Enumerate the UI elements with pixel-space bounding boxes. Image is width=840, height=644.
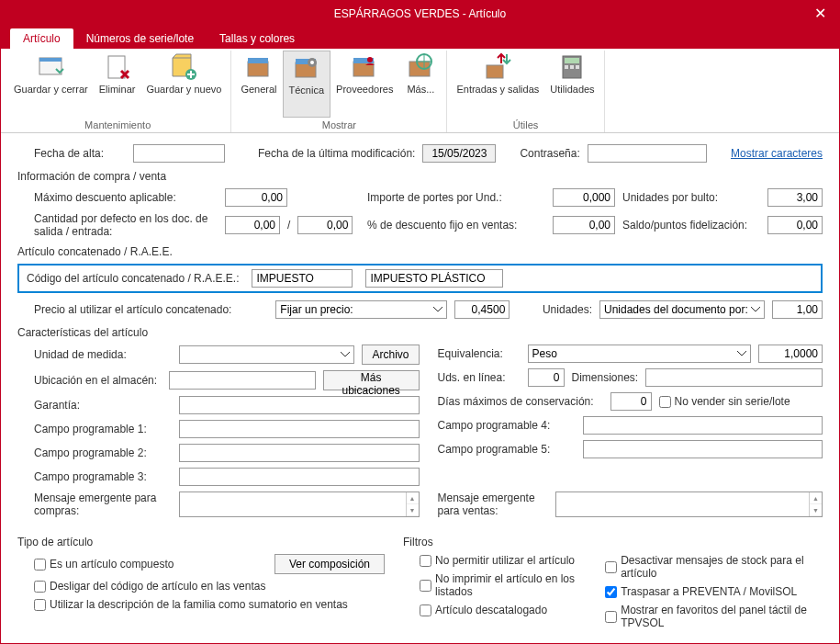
dimensiones-label: Dimensiones: (572, 371, 639, 384)
garantia-label: Garantía: (34, 399, 172, 412)
tab-tallas-colores[interactable]: Tallas y colores (207, 28, 308, 49)
entradas-salidas-button[interactable]: Entradas y salidas (451, 51, 544, 118)
svg-rect-4 (248, 62, 268, 76)
spin-up-icon[interactable]: ▲ (810, 492, 822, 504)
precio-concat-input[interactable] (454, 300, 510, 319)
campo1-input[interactable] (179, 420, 420, 438)
svg-rect-2 (108, 56, 125, 78)
ribbon-group-util: Útiles (513, 118, 539, 132)
tecnica-button[interactable]: Técnica (283, 51, 331, 118)
usar-desc-checkbox[interactable]: Utilizar la descripción de la familia co… (34, 598, 348, 611)
codigo-raee-label: Código del artículo concatenado / R.A.E.… (27, 272, 239, 285)
cant-salida-input[interactable] (225, 216, 280, 234)
unidad-medida-select[interactable] (179, 345, 354, 364)
saldo-label: Saldo/puntos fidelización: (622, 219, 760, 232)
ver-composicion-button[interactable]: Ver composición (274, 554, 385, 574)
unidades-select[interactable]: Unidades del documento por: (599, 300, 765, 319)
spin-down-icon[interactable]: ▼ (810, 504, 822, 516)
delete-button[interactable]: Eliminar (94, 51, 141, 118)
save-new-icon (169, 52, 198, 82)
favoritos-checkbox[interactable]: Mostrar en favoritos del panel táctil de… (605, 604, 823, 629)
fecha-mod-label: Fecha de la última modificación: (258, 147, 415, 160)
save-close-button[interactable]: Guardar y cerrar (8, 51, 94, 118)
fecha-alta-input[interactable] (133, 144, 225, 163)
mensaje-ventas-input[interactable] (556, 492, 810, 516)
desc-raee-input[interactable] (365, 269, 503, 288)
campo5-input[interactable] (583, 440, 823, 458)
svg-point-12 (367, 57, 373, 62)
section-filtros: Filtros (403, 536, 823, 548)
cantidad-doc-label: Cantidad por defecto en los doc. de sali… (34, 212, 218, 238)
entradas-salidas-icon (483, 52, 512, 82)
descatalogado-checkbox[interactable]: Artículo descatalogado (420, 604, 547, 616)
dias-conserv-input[interactable] (610, 392, 652, 411)
unidades-label: Unidades: (543, 303, 592, 316)
importe-portes-input[interactable] (553, 188, 615, 207)
saldo-input[interactable] (767, 216, 823, 234)
campo4-input[interactable] (583, 416, 823, 435)
garantia-input[interactable] (179, 396, 420, 414)
equivalencia-label: Equivalencia: (438, 347, 521, 360)
ubicacion-input[interactable] (169, 371, 316, 390)
svg-rect-17 (565, 58, 579, 63)
fecha-alta-label: Fecha de alta: (34, 147, 126, 160)
campo4-label: Campo programable 4: (438, 419, 576, 432)
utilidades-button[interactable]: Utilidades (544, 51, 599, 118)
campo2-label: Campo programable 2: (34, 446, 172, 459)
mensaje-ventas-label: Mensaje emergente para ventas: (438, 491, 548, 517)
uds-linea-input[interactable] (528, 368, 565, 387)
section-compra-venta: Información de compra / venta (17, 170, 823, 183)
proveedores-button[interactable]: Proveedores (330, 51, 398, 118)
mensaje-compras-label: Mensaje emergente para compras: (34, 491, 172, 517)
cant-entrada-input[interactable] (297, 216, 353, 234)
importe-portes-label: Importe de portes por Und.: (367, 191, 545, 204)
ribbon-group-maint: Mantenimiento (84, 118, 151, 132)
save-new-button[interactable]: Guardar y nuevo (140, 51, 227, 118)
compuesto-checkbox[interactable]: Es un artículo compuesto (34, 558, 174, 571)
tab-articulo[interactable]: Artículo (10, 28, 73, 49)
mas-ubicaciones-button[interactable]: Más ubicaciones (323, 370, 420, 390)
equivalencia-select[interactable]: Peso (528, 345, 752, 363)
fijar-precio-select[interactable]: Fijar un precio: (275, 300, 447, 319)
close-icon[interactable]: ✕ (807, 3, 834, 24)
codigo-raee-input[interactable] (252, 269, 353, 288)
spin-up-icon[interactable]: ▲ (407, 492, 419, 504)
max-desc-input[interactable] (225, 188, 287, 207)
mensaje-compras-input[interactable] (180, 492, 406, 516)
desactivar-stock-checkbox[interactable]: Desactivar mensajes de stock para el art… (605, 554, 823, 580)
svg-rect-19 (570, 65, 574, 69)
dimensiones-input[interactable] (645, 368, 823, 387)
no-imprimir-checkbox[interactable]: No imprimir el artículo en los listados (420, 572, 587, 598)
dias-conserv-label: Días máximos de conservación: (438, 395, 603, 408)
no-vender-checkbox[interactable]: No vender sin serie/lote (659, 395, 790, 408)
unid-bulto-label: Unidades por bulto: (622, 191, 760, 204)
ubicacion-label: Ubicación en el almacén: (34, 374, 162, 387)
campo5-label: Campo programable 5: (438, 443, 576, 456)
section-tipo: Tipo de artículo (17, 536, 385, 548)
save-close-icon (36, 52, 65, 82)
desc-fijo-label: % de descuento fijo en ventas: (367, 219, 545, 232)
unid-bulto-input[interactable] (767, 188, 823, 207)
desligar-checkbox[interactable]: Desligar del código de artículo en las v… (34, 580, 265, 593)
no-permitir-checkbox[interactable]: No permitir utilizar el artículo (420, 554, 575, 567)
campo2-input[interactable] (179, 444, 420, 462)
svg-point-9 (310, 61, 314, 64)
utilidades-icon (557, 52, 587, 82)
tab-serie-lote[interactable]: Números de serie/lote (73, 28, 207, 49)
archivo-button[interactable]: Archivo (362, 345, 419, 365)
unidades-input[interactable] (772, 300, 823, 319)
svg-rect-20 (576, 65, 579, 69)
tab-strip: Artículo Números de serie/lote Tallas y … (1, 27, 839, 49)
mostrar-caracteres-link[interactable]: Mostrar caracteres (731, 147, 823, 160)
window-title: ESPÁRRAGOS VERDES - Artículo (334, 7, 506, 20)
general-button[interactable]: General (235, 51, 282, 118)
traspasar-checkbox[interactable]: Traspasar a PREVENTA / MovilSOL (605, 585, 797, 598)
equivalencia-input[interactable] (758, 345, 823, 363)
contrasena-input[interactable] (588, 144, 707, 163)
campo3-input[interactable] (179, 468, 420, 486)
desc-fijo-input[interactable] (553, 216, 615, 234)
unidad-medida-label: Unidad de medida: (34, 348, 172, 361)
spin-down-icon[interactable]: ▼ (407, 504, 419, 516)
precio-concat-label: Precio al utilizar el artículo concatena… (34, 303, 268, 316)
mas-button[interactable]: Más... (398, 51, 442, 118)
